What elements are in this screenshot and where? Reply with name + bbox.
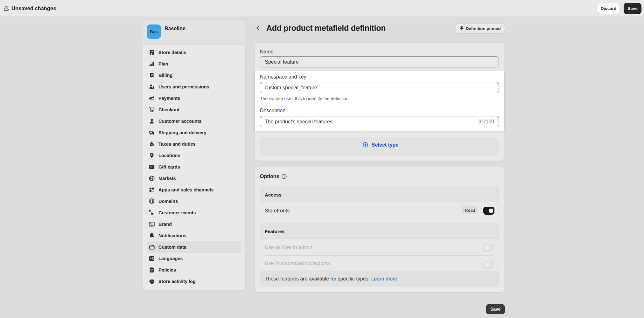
svg-text:$: $ xyxy=(153,179,154,181)
svg-text:%: % xyxy=(151,143,153,146)
svg-text:A: A xyxy=(150,257,152,260)
